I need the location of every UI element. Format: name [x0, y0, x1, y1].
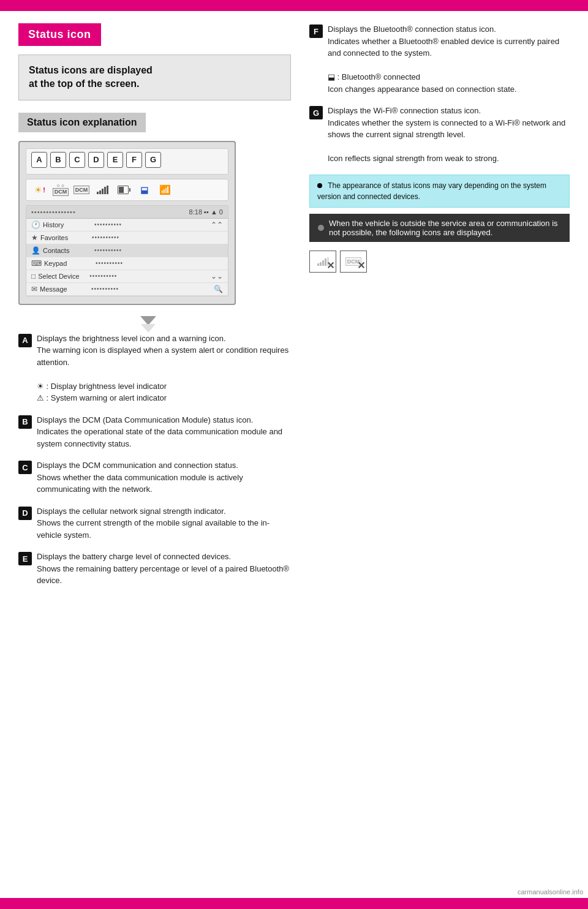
section-d: D Displays the cellular network signal s… [18, 505, 291, 541]
select-device-icon: □ [31, 272, 36, 281]
no-signal-x: ✕ [326, 261, 334, 271]
warning-icon: ! [43, 186, 45, 194]
signal-icon [94, 183, 111, 197]
message-search-icon: 🔍 [214, 285, 223, 293]
note-bullet [317, 183, 322, 188]
explanation-heading: Status icon explanation [18, 113, 146, 132]
section-a: A Displays the brightness level icon and… [18, 333, 291, 404]
label-f: F [126, 152, 142, 168]
label-e: E [107, 152, 123, 168]
section-c: C Displays the DCM communication and con… [18, 459, 291, 496]
right-column: F Displays the Bluetooth® connection sta… [303, 23, 570, 597]
label-a: A [31, 152, 47, 168]
wifi-icon: 📶 [156, 183, 173, 197]
section-b: B Displays the DCM (Data Communication M… [18, 414, 291, 450]
no-dcm-icon: DCM ✕ [340, 251, 367, 273]
menu-item-favorites[interactable]: ★ Favorites •••••••••• [26, 232, 228, 244]
message-icon: ✉ [31, 285, 37, 293]
history-action-icon: ⌃⌃ [211, 221, 223, 229]
label-c: C [69, 152, 85, 168]
bubble-arrow [141, 324, 156, 333]
section-g: G Displays the Wi-Fi® connection status … [309, 105, 570, 165]
menu-item-message[interactable]: ✉ Message •••••••••• 🔍 [26, 283, 228, 296]
sun-icon: ☀ [34, 185, 42, 195]
dark-box: When the vehicle is outside the service … [309, 214, 570, 242]
bluetooth-icon: ⬓ [135, 183, 153, 197]
menu-item-history[interactable]: 🕐 History •••••••••• ⌃⌃ [26, 219, 228, 232]
phone-menu-header: ••••••••••••••• 8:18 ▪▪ ▲ 0 [26, 206, 228, 219]
dcm-sun-icon: ☼☼ DCM [52, 183, 69, 197]
contacts-icon: 👤 [31, 246, 40, 255]
no-signal-icon: ✕ [309, 251, 336, 273]
watermark: carmanualsonline.info [518, 888, 583, 896]
page-title: Status icon [18, 23, 101, 46]
bubble-container [18, 316, 291, 333]
label-g: G [145, 152, 161, 168]
info-box: Status icons are displayed at the top of… [18, 55, 291, 100]
screen-mockup: A B C D E F G ☀ ! ☼☼ DCM [18, 141, 236, 305]
dark-box-dot [318, 225, 324, 231]
label-d: D [88, 152, 104, 168]
favorites-icon: ★ [31, 233, 38, 242]
battery-icon [115, 183, 132, 197]
bottom-bar [0, 898, 588, 909]
top-bar [0, 0, 588, 11]
note-box: The appearance of status icons may vary … [309, 175, 570, 208]
menu-item-contacts[interactable]: 👤 Contacts •••••••••• [26, 244, 228, 257]
left-column: Status icon Status icons are displayed a… [18, 23, 291, 597]
no-dcm-x: ✕ [357, 261, 365, 271]
select-device-chevron: ⌄⌄ [211, 272, 223, 281]
mockup-icons-row: ☀ ! ☼☼ DCM DCM [26, 179, 228, 201]
menu-item-select-device[interactable]: □ Select Device •••••••••• ⌄⌄ [26, 270, 228, 283]
sun-warn-icon: ☀ ! [31, 183, 48, 197]
section-f: F Displays the Bluetooth® connection sta… [309, 23, 570, 95]
no-service-icons: ✕ DCM ✕ [309, 251, 570, 273]
menu-item-keypad[interactable]: ⌨ Keypad •••••••••• [26, 257, 228, 270]
dcm-icon: DCM [73, 183, 90, 197]
section-e: E Displays the battery charge level of c… [18, 551, 291, 587]
label-b: B [50, 152, 66, 168]
mockup-status-bar: A B C D E F G [26, 148, 228, 175]
signal-bars [97, 186, 108, 194]
history-icon: 🕐 [31, 221, 40, 229]
icon-labels-row: A B C D E F G [31, 152, 161, 168]
keypad-icon: ⌨ [31, 259, 42, 268]
phone-menu: ••••••••••••••• 8:18 ▪▪ ▲ 0 🕐 History ••… [26, 205, 228, 296]
